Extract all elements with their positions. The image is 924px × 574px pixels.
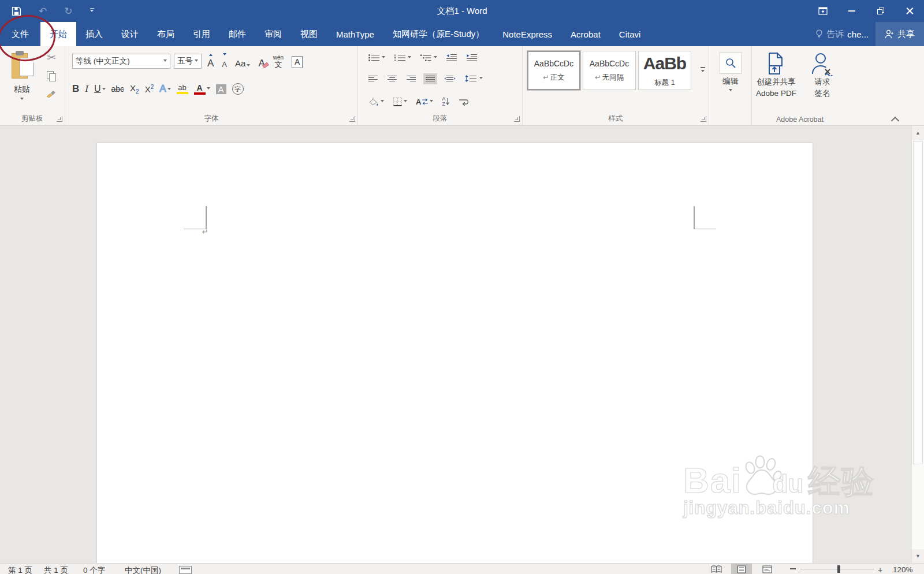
style-normal[interactable]: AaBbCcDc ↵正文 — [527, 51, 580, 90]
align-left-icon[interactable] — [366, 73, 380, 84]
tab-design[interactable]: 设计 — [112, 22, 148, 46]
tab-cnki-estudy[interactable]: 知网研学（原E-Study） — [383, 22, 493, 46]
paste-clipboard-icon — [10, 51, 33, 81]
tab-insert[interactable]: 插入 — [76, 22, 112, 46]
status-language[interactable]: 中文(中国) — [125, 565, 161, 574]
sort-icon[interactable]: AZ — [440, 95, 452, 109]
tab-acrobat[interactable]: Acrobat — [561, 22, 610, 46]
cut-icon[interactable]: ✂ — [47, 51, 56, 64]
save-icon[interactable] — [12, 6, 21, 16]
character-border-button[interactable]: A — [289, 53, 305, 69]
multilevel-list-icon[interactable] — [418, 52, 439, 64]
text-effects-button[interactable]: A — [159, 83, 170, 95]
customize-qat-icon[interactable] — [90, 8, 94, 14]
share-button[interactable]: 共享 — [875, 22, 924, 46]
increase-indent-icon[interactable] — [464, 52, 479, 64]
zoom-in-icon[interactable]: + — [878, 565, 882, 574]
font-dialog-launcher[interactable] — [349, 116, 355, 122]
zoom-slider-thumb[interactable] — [837, 565, 840, 573]
character-shading-button[interactable]: A — [216, 84, 226, 94]
align-center-icon[interactable] — [385, 73, 399, 84]
repeat-icon[interactable]: ↻ — [64, 6, 72, 16]
style-no-spacing[interactable]: AaBbCcDc ↵无间隔 — [583, 51, 636, 90]
shading-icon[interactable] — [366, 95, 386, 108]
font-row-2: B I U abc X2 X2 A ab A A 字 — [72, 79, 244, 99]
collapse-ribbon-icon[interactable] — [892, 117, 899, 122]
show-hide-marks-icon[interactable] — [457, 96, 471, 107]
strikethrough-button[interactable]: abc — [111, 84, 125, 94]
scroll-down-icon[interactable]: ▼ — [912, 549, 924, 563]
paragraph-dialog-launcher[interactable] — [514, 116, 520, 122]
minimize-button[interactable] — [837, 0, 866, 22]
grow-font-button[interactable]: A — [205, 53, 216, 69]
decrease-indent-icon[interactable] — [444, 52, 459, 64]
enclose-characters-button[interactable]: 字 — [232, 83, 244, 95]
web-layout-icon[interactable] — [757, 564, 777, 574]
status-page-number[interactable]: 第 1 页 — [8, 565, 32, 574]
subscript-button[interactable]: X2 — [130, 83, 139, 95]
borders-icon[interactable] — [391, 95, 409, 108]
status-page-total[interactable]: 共 1 页 — [44, 565, 68, 574]
paste-dropdown-caret[interactable] — [20, 98, 24, 102]
tab-mathtype[interactable]: MathType — [327, 22, 383, 46]
tab-noteexpress[interactable]: NoteExpress — [493, 22, 561, 46]
font-group-label: 字体 — [65, 114, 357, 124]
format-painter-icon[interactable] — [46, 88, 57, 98]
styles-more-button[interactable] — [701, 67, 705, 74]
numbering-icon[interactable] — [392, 52, 413, 64]
vertical-scrollbar[interactable]: ▲ ▼ — [911, 126, 924, 563]
tab-file[interactable]: 文件 — [0, 22, 40, 46]
print-layout-icon[interactable] — [731, 564, 752, 574]
tab-spacer — [650, 22, 808, 46]
zoom-out-icon[interactable] — [790, 568, 796, 569]
superscript-button[interactable]: X2 — [145, 84, 154, 94]
font-name-combo[interactable]: 等线 (中文正文) — [72, 54, 170, 69]
paste-button[interactable]: 粘贴 — [6, 51, 38, 114]
asian-layout-icon[interactable]: A — [414, 96, 435, 108]
line-spacing-icon[interactable] — [463, 73, 485, 84]
justify-icon[interactable] — [423, 73, 437, 84]
ribbon-display-options-icon[interactable] — [808, 0, 837, 22]
undo-icon[interactable]: ↶ — [39, 6, 47, 16]
document-page[interactable] — [97, 143, 813, 563]
tab-mailings[interactable]: 邮件 — [219, 22, 255, 46]
clipboard-dialog-launcher[interactable] — [57, 116, 62, 122]
input-method-icon[interactable] — [179, 566, 192, 574]
close-button[interactable] — [895, 0, 924, 22]
editing-button[interactable]: 编辑 — [720, 52, 742, 93]
distribute-icon[interactable] — [442, 73, 457, 84]
tell-me-box[interactable]: 告诉 che... — [808, 22, 875, 46]
phonetic-guide-button[interactable]: wén文 — [271, 53, 286, 69]
zoom-percentage[interactable]: 120% — [893, 565, 913, 574]
bullets-icon[interactable] — [366, 52, 387, 64]
styles-dialog-launcher[interactable] — [701, 116, 706, 122]
lightbulb-icon — [815, 29, 823, 39]
scrollbar-thumb[interactable] — [913, 141, 923, 464]
tab-view[interactable]: 视图 — [291, 22, 327, 46]
copy-icon[interactable] — [47, 71, 56, 81]
tab-layout[interactable]: 布局 — [148, 22, 184, 46]
tab-review[interactable]: 审阅 — [255, 22, 291, 46]
bold-button[interactable]: B — [72, 83, 79, 95]
style-heading-1[interactable]: AaBb 标题 1 — [638, 51, 691, 90]
create-share-pdf-button[interactable]: 创建并共享Adobe PDF — [753, 52, 799, 100]
tab-citavi[interactable]: Citavi — [610, 22, 650, 46]
margin-mark-top-right-horizontal — [694, 229, 716, 230]
underline-button[interactable]: U — [94, 84, 106, 94]
change-case-button[interactable]: Aa — [233, 53, 252, 69]
font-size-combo[interactable]: 五号 — [174, 54, 202, 69]
status-word-count[interactable]: 0 个字 — [83, 565, 105, 574]
align-right-icon[interactable] — [404, 73, 418, 84]
tab-home[interactable]: 开始 — [40, 22, 76, 46]
font-color-button[interactable]: A — [194, 84, 210, 95]
clear-formatting-button[interactable]: A — [256, 53, 267, 69]
italic-button[interactable]: I — [85, 83, 88, 95]
highlight-button[interactable]: ab — [177, 84, 188, 94]
paste-label: 粘贴 — [14, 84, 30, 95]
tab-references[interactable]: 引用 — [184, 22, 219, 46]
shrink-font-button[interactable]: A — [219, 53, 229, 69]
read-mode-icon[interactable] — [706, 564, 726, 574]
restore-button[interactable] — [866, 0, 895, 22]
scroll-up-icon[interactable]: ▲ — [912, 126, 924, 140]
request-signatures-button[interactable]: 请求签名 — [802, 52, 843, 100]
